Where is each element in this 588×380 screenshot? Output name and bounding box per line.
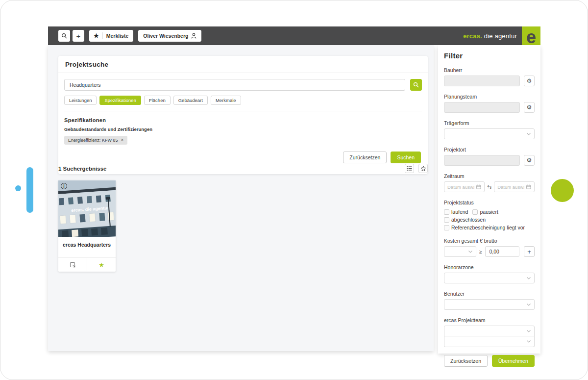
bauherr-settings-button[interactable]: ⚙: [524, 76, 535, 86]
calendar-icon: [526, 184, 531, 189]
kosten-label: Kosten gesamt € brutto: [444, 238, 535, 244]
planungsteam-settings-button[interactable]: ⚙: [524, 102, 535, 113]
chip-remove-icon[interactable]: ×: [121, 138, 123, 143]
projektort-label: Projektort: [444, 147, 535, 152]
search-button[interactable]: [58, 30, 70, 42]
favorites-view-button[interactable]: [418, 164, 428, 173]
date-to-input[interactable]: Datum auswä...: [494, 181, 535, 192]
checkbox-abgeschlossen[interactable]: abgeschlossen: [444, 217, 486, 223]
chevron-down-icon: [527, 340, 531, 343]
projektteam-select-1[interactable]: [444, 326, 535, 336]
add-button[interactable]: +: [73, 30, 84, 42]
person-icon: [191, 33, 196, 39]
chevron-down-icon: [527, 330, 531, 332]
project-photo: ercas. die agentur: [58, 180, 116, 237]
chevron-down-icon: [527, 277, 531, 279]
results-header: 1 Suchergebnisse: [58, 164, 428, 173]
tab-merkmale[interactable]: Merkmale: [211, 96, 241, 105]
chevron-down-icon: [468, 251, 472, 253]
section-subtitle: Gebäudestandards und Zertifizierungen: [64, 127, 422, 132]
benutzer-label: Benutzer: [444, 291, 535, 297]
traegerform-select[interactable]: [444, 128, 535, 139]
decor-green-circle: [551, 179, 574, 202]
chevron-down-icon: [527, 133, 531, 135]
gear-icon: ⚙: [527, 78, 532, 84]
gear-icon: ⚙: [527, 157, 532, 163]
merkliste-label: Merkliste: [106, 33, 129, 39]
checkbox-box: [444, 225, 449, 230]
date-to-placeholder: Datum auswä...: [497, 184, 524, 190]
zeitraum-label: Zeitraum: [444, 173, 535, 179]
submit-search-button[interactable]: [410, 79, 422, 91]
list-icon: [407, 166, 412, 171]
kosten-operator-select[interactable]: [444, 246, 476, 257]
benutzer-select[interactable]: [444, 299, 535, 310]
tab-gebaeudeart[interactable]: Gebäudeart: [173, 96, 208, 105]
honorarzone-select[interactable]: [444, 273, 535, 283]
button-divider: [102, 32, 103, 39]
ercas-logo: e: [522, 26, 540, 48]
main-content: Projektsuche Leistungen Spezifikationen …: [48, 45, 434, 351]
search-card-body: Leistungen Spezifikationen Flächen Gebäu…: [58, 73, 428, 174]
filter-title: Filter: [444, 51, 535, 60]
projektteam-select-2[interactable]: [444, 336, 535, 347]
honorarzone-label: Honorarzone: [444, 264, 535, 270]
search-icon: [61, 33, 67, 39]
favorite-project-button[interactable]: ★: [87, 258, 116, 272]
app-canvas: + ★ Merkliste Oliver Wiesenberg ercas. d…: [0, 0, 588, 380]
search-submit-button[interactable]: Suchen: [391, 152, 421, 163]
brand-bold: ercas.: [463, 32, 482, 40]
user-name: Oliver Wiesenberg: [143, 33, 188, 39]
filter-panel: Filter Bauherr ⚙ Planungsteam ⚙ Trägerfo…: [438, 45, 540, 354]
planungsteam-input[interactable]: [444, 102, 520, 113]
section-title: Spezifikationen: [64, 117, 422, 123]
checkbox-referenzbescheinigung[interactable]: Referenzbescheinigung liegt vor: [444, 225, 525, 230]
building-photo: ercas. die agentur: [58, 180, 116, 237]
tab-leistungen[interactable]: Leistungen: [64, 96, 97, 105]
date-from-placeholder: Datum auswä...: [447, 184, 474, 190]
star-outline-icon: [420, 166, 426, 172]
apply-filter-button[interactable]: Übernehmen: [492, 355, 535, 367]
projektteam-label: ercas Projektteam: [444, 317, 535, 323]
tab-spezifikationen[interactable]: Spezifikationen: [99, 96, 141, 105]
projektstatus-label: Projektstatus: [444, 200, 535, 205]
reset-filter-button[interactable]: Zurücksetzen: [444, 355, 488, 367]
brand-text: ercas. die agentur: [463, 32, 517, 40]
spezifikationen-section: Spezifikationen Gebäudestandards und Zer…: [64, 117, 422, 145]
search-query-input[interactable]: [64, 79, 405, 91]
project-card-footer: ★: [58, 257, 116, 272]
decor-blue-bar: [26, 167, 33, 213]
kosten-value-input[interactable]: [485, 246, 519, 257]
info-icon[interactable]: i: [61, 183, 67, 189]
checkbox-pausiert[interactable]: pausiert: [472, 209, 498, 215]
merkliste-button[interactable]: ★ Merkliste: [89, 30, 133, 42]
add-kosten-row-button[interactable]: +: [524, 246, 535, 257]
project-search-card: Projektsuche Leistungen Spezifikationen …: [58, 56, 428, 174]
date-from-input[interactable]: Datum auswä...: [444, 181, 485, 192]
chip-label: Energieeffizienz: KFW 85: [68, 138, 118, 143]
list-view-button[interactable]: [405, 164, 414, 173]
geq-symbol: ≥: [479, 249, 482, 254]
calendar-icon: [476, 184, 481, 189]
project-title: ercas Headquarters: [58, 237, 116, 257]
planungsteam-label: Planungsteam: [444, 94, 535, 100]
user-menu-button[interactable]: Oliver Wiesenberg: [138, 30, 201, 42]
checkbox-box: [444, 217, 449, 223]
bauherr-input[interactable]: [444, 76, 520, 86]
open-project-button[interactable]: [58, 258, 87, 272]
open-in-icon: [70, 262, 76, 268]
project-result-card[interactable]: ercas. die agentur: [58, 180, 116, 272]
star-filled-icon: ★: [98, 262, 104, 268]
tab-flaechen[interactable]: Flächen: [144, 96, 171, 105]
search-icon: [413, 82, 419, 88]
checkbox-box: [444, 209, 449, 215]
projektstatus-options: laufend pausiert abgeschlossen Referenzb…: [444, 209, 535, 230]
checkbox-laufend[interactable]: laufend: [444, 209, 468, 215]
reset-search-button[interactable]: Zurücksetzen: [343, 152, 387, 163]
chevron-down-icon: [527, 304, 531, 306]
projektort-settings-button[interactable]: ⚙: [524, 155, 535, 166]
search-category-tabs: Leistungen Spezifikationen Flächen Gebäu…: [64, 96, 422, 105]
projektort-input[interactable]: [444, 155, 520, 166]
star-icon: ★: [94, 33, 99, 39]
divider: [64, 111, 422, 111]
